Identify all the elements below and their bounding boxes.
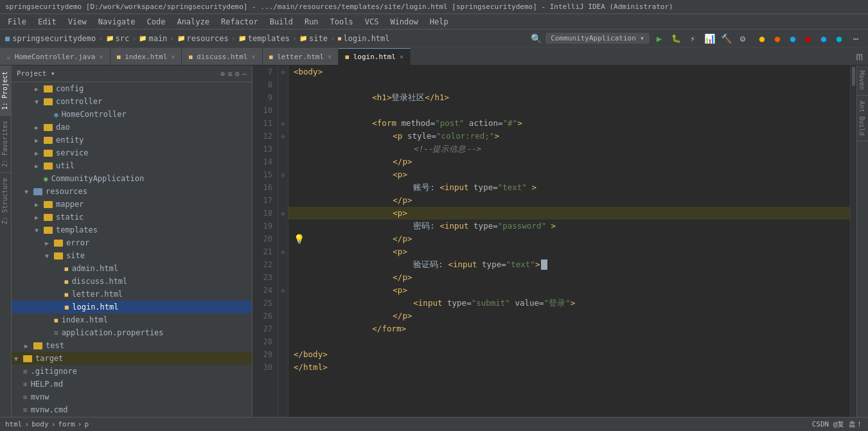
tree-communityapp[interactable]: ◉ CommunityApplication — [12, 172, 252, 185]
breadcrumb-loginhtml[interactable]: ◼ login.html — [337, 34, 389, 43]
menu-build[interactable]: Build — [265, 16, 298, 28]
tree-pomxml[interactable]: ◼ pom.xml — [12, 416, 252, 417]
tab-close-discuss[interactable]: × — [252, 53, 256, 60]
breadcrumb-src[interactable]: 📁 src — [106, 34, 130, 43]
tree-resources[interactable]: ▼ resources — [12, 185, 252, 198]
menu-edit[interactable]: Edit — [33, 16, 62, 28]
tree-mapper[interactable]: ▶ mapper — [12, 198, 252, 211]
menu-navigate[interactable]: Navigate — [93, 16, 141, 28]
tab-close-homecontroller[interactable]: × — [99, 53, 103, 60]
menu-analyze[interactable]: Analyze — [172, 16, 215, 28]
fold-24[interactable]: ⊖ — [281, 287, 285, 294]
fold-12[interactable]: ⊖ — [281, 133, 285, 140]
tab-scroll-right[interactable]: m — [851, 48, 868, 65]
menu-file[interactable]: File — [3, 16, 31, 28]
fold-7[interactable]: ⊖ — [281, 69, 285, 76]
tree-login[interactable]: ◼ login.html — [12, 301, 252, 313]
breadcrumb-resources[interactable]: 📁 resources — [177, 34, 229, 43]
bulb-icon[interactable]: 💡 — [294, 233, 305, 245]
vtab-structure[interactable]: Z: Structure — [0, 172, 12, 229]
browser-edge[interactable]: ● — [832, 31, 846, 46]
tree-target[interactable]: ▼ target — [12, 352, 252, 365]
tree-entity[interactable]: ▶ entity — [12, 134, 252, 146]
vtab-project[interactable]: 1: Project — [0, 66, 12, 115]
folder-icon — [54, 252, 63, 259]
fold-15[interactable]: ⊖ — [281, 172, 285, 179]
browser-ie[interactable]: ● — [817, 31, 831, 46]
tree-mvnwcmd[interactable]: ≡ mvnw.cmd — [12, 403, 252, 416]
browser-opera[interactable]: ● — [801, 31, 815, 46]
tree-appprops[interactable]: ≡ application.properties — [12, 326, 252, 339]
menu-vcs[interactable]: VCS — [360, 16, 384, 28]
project-tree: ▶ config ▼ controller ◉ HomeController ▶… — [12, 82, 252, 417]
tree-gitignore[interactable]: ≡ .gitignore — [12, 365, 252, 378]
browser-firefox[interactable]: ● — [770, 31, 784, 46]
tree-index[interactable]: ◼ index.html — [12, 313, 252, 326]
collapse-btn[interactable]: ≡ — [227, 69, 232, 78]
tab-close-login[interactable]: × — [400, 53, 403, 60]
search-everywhere-btn[interactable]: 🔍 — [529, 31, 543, 46]
fold-21[interactable]: ⊖ — [281, 249, 285, 256]
fold-18[interactable]: ⊖ — [281, 210, 285, 217]
settings-button[interactable]: ⚙ — [736, 31, 750, 46]
tree-site[interactable]: ▼ site — [12, 249, 252, 262]
tree-admin[interactable]: ◼ admin.html — [12, 262, 252, 275]
tree-static[interactable]: ▶ static — [12, 211, 252, 224]
code-content[interactable]: <body> <h1>登录社区</h1> <form method="post"… — [288, 66, 850, 417]
more-tools-button[interactable]: ⋯ — [849, 31, 863, 46]
debug-button[interactable]: 🐛 — [669, 31, 683, 46]
tree-test[interactable]: ▶ test — [12, 339, 252, 352]
vtab-antbuild[interactable]: Ant Build — [857, 96, 869, 141]
close-btn[interactable]: — — [242, 69, 247, 78]
tree-letter[interactable]: ◼ letter.html — [12, 288, 252, 301]
tab-letter[interactable]: ◼ letter.html × — [263, 48, 339, 65]
breadcrumb-site[interactable]: 📁 site — [299, 34, 328, 43]
tree-config[interactable]: ▶ config — [12, 82, 252, 95]
tab-login[interactable]: ◼ login.html × — [339, 48, 411, 65]
scroll-thumb[interactable] — [852, 67, 855, 86]
tree-service[interactable]: ▶ service — [12, 146, 252, 159]
menu-run[interactable]: Run — [299, 16, 324, 28]
breadcrumb-project[interactable]: springsecuritydemo — [12, 34, 96, 43]
menu-window[interactable]: Window — [385, 16, 423, 28]
vtab-maven[interactable]: Maven — [857, 66, 869, 96]
coverage-button[interactable]: ⚡ — [686, 31, 700, 46]
run-config-label[interactable]: CommunityApplication ▾ — [545, 33, 650, 44]
tab-close-index[interactable]: × — [171, 53, 175, 60]
breadcrumb-templates[interactable]: 📁 templates — [238, 34, 290, 43]
breadcrumb-main[interactable]: 📁 main — [139, 34, 167, 43]
sync-btn[interactable]: ⊕ — [220, 69, 225, 78]
tree-error[interactable]: ▶ error — [12, 236, 252, 249]
profile-button[interactable]: 📊 — [702, 31, 716, 46]
browser-safari[interactable]: ● — [786, 31, 800, 46]
menu-refactor[interactable]: Refactor — [216, 16, 263, 28]
tree-templates[interactable]: ▼ templates — [12, 224, 252, 236]
browser-chrome[interactable]: ● — [755, 31, 769, 46]
vtab-favorites[interactable]: 2: Favorites — [0, 115, 12, 172]
build-button[interactable]: 🔨 — [719, 31, 733, 46]
tab-homecontroller[interactable]: ☕ HomeController.java × — [0, 48, 111, 65]
menu-help[interactable]: Help — [425, 16, 454, 28]
status-form[interactable]: form — [58, 420, 75, 428]
tree-util[interactable]: ▶ util — [12, 159, 252, 172]
tab-index[interactable]: ◼ index.html × — [111, 48, 182, 65]
tab-discuss[interactable]: ◼ discuss.html × — [182, 48, 262, 65]
tree-controller[interactable]: ▼ controller — [12, 95, 252, 108]
tree-helpmd[interactable]: ≡ HELP.md — [12, 378, 252, 391]
status-body[interactable]: body — [31, 420, 49, 428]
menu-tools[interactable]: Tools — [325, 16, 359, 28]
menu-view[interactable]: View — [63, 16, 92, 28]
fold-11[interactable]: ⊖ — [281, 120, 285, 127]
run-button[interactable]: ▶ — [652, 31, 666, 46]
mini-scrollbar[interactable] — [850, 66, 856, 417]
settings-btn[interactable]: ⚙ — [235, 69, 240, 78]
tree-homecontroller[interactable]: ◉ HomeController — [12, 108, 252, 121]
status-p[interactable]: p — [84, 420, 89, 428]
html-file-icon: ◼ — [117, 53, 121, 61]
tree-dao[interactable]: ▶ dao — [12, 121, 252, 134]
menu-code[interactable]: Code — [142, 16, 171, 28]
status-html[interactable]: html — [5, 420, 22, 428]
tree-discuss[interactable]: ◼ discuss.html — [12, 275, 252, 288]
tree-mvnw[interactable]: ≡ mvnw — [12, 391, 252, 403]
tab-close-letter[interactable]: × — [328, 53, 332, 60]
